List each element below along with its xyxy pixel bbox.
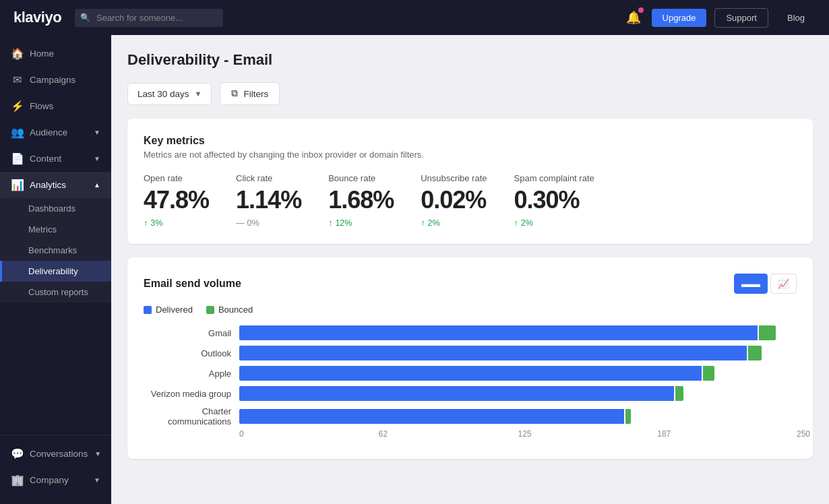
bar-row: Verizon media group (144, 386, 797, 401)
delivered-dot (144, 306, 152, 314)
delivered-bar (239, 386, 674, 401)
metric-open-rate: Open rate 47.8% ↑ 3% (144, 173, 209, 228)
delivered-bar (239, 409, 624, 424)
chart-legend: Delivered Bounced (144, 305, 797, 315)
campaigns-icon: ✉ (11, 73, 23, 86)
x-axis-label: 0 (239, 429, 244, 439)
open-rate-value: 47.8% (144, 186, 209, 214)
bar-label: Verizon media group (144, 389, 231, 399)
sidebar-item-deliverability[interactable]: Deliverability (0, 261, 111, 282)
date-range-dropdown[interactable]: Last 30 days ▼ (127, 83, 212, 105)
bar-container (239, 386, 797, 401)
unsubscribe-rate-change-value: 2% (427, 218, 439, 228)
logo[interactable]: klaviyo (13, 9, 61, 26)
bar-chart: GmailOutlookAppleVerizon media groupChar… (144, 325, 797, 427)
delivered-label: Delivered (156, 305, 193, 315)
spam-rate-value: 0.30% (514, 186, 594, 214)
delivered-bar (239, 325, 758, 340)
unsubscribe-rate-change: ↑ 2% (421, 218, 487, 228)
bar-label: Outlook (144, 348, 231, 358)
sidebar-item-flows[interactable]: ⚡ Flows (0, 93, 111, 119)
search-bar: 🔍 (75, 9, 223, 27)
flows-icon: ⚡ (11, 100, 23, 113)
sidebar-item-analytics[interactable]: 📊 Analytics ▲ (0, 172, 111, 198)
x-axis: 062125187250 (239, 429, 797, 443)
metric-spam-rate: Spam complaint rate 0.30% ↑ 2% (514, 173, 594, 228)
bounced-bar (703, 366, 714, 381)
bounced-bar (625, 409, 631, 424)
sidebar-item-benchmarks[interactable]: Benchmarks (0, 240, 111, 261)
sidebar: 🏠 Home ✉ Campaigns ⚡ Flows 👥 Audience ▼ … (0, 35, 111, 504)
bar-row: Charter communications (144, 406, 797, 427)
sidebar-item-metrics[interactable]: Metrics (0, 219, 111, 240)
notifications-button[interactable]: 🔔 (623, 7, 644, 28)
audience-icon: 👥 (11, 126, 23, 139)
unsubscribe-rate-value: 0.02% (421, 186, 487, 214)
arrow-neutral-icon: — (236, 218, 245, 228)
sidebar-item-audience[interactable]: 👥 Audience ▼ (0, 119, 111, 146)
filters-button[interactable]: ⧉ Filters (220, 82, 280, 105)
key-metrics-subtitle: Metrics are not affected by changing the… (144, 150, 797, 160)
key-metrics-title: Key metrics (144, 135, 797, 147)
sidebar-item-label: Content (30, 154, 61, 164)
upgrade-button[interactable]: Upgrade (652, 9, 707, 27)
page-title: Deliverability - Email (127, 51, 813, 69)
search-input[interactable] (75, 9, 223, 27)
date-range-label: Last 30 days (137, 89, 189, 99)
bar-container (239, 346, 797, 360)
chevron-down-icon: ▼ (94, 129, 100, 136)
sidebar-item-dashboards[interactable]: Dashboards (0, 198, 111, 219)
filters-bar: Last 30 days ▼ ⧉ Filters (127, 82, 813, 105)
support-button[interactable]: Support (714, 8, 768, 28)
bar-label: Charter communications (144, 406, 231, 427)
notification-badge (638, 7, 644, 13)
chevron-down-icon: ▼ (195, 90, 202, 98)
sidebar-item-home[interactable]: 🏠 Home (0, 40, 111, 67)
spam-rate-change: ↑ 2% (514, 218, 594, 228)
search-icon: 🔍 (80, 13, 90, 22)
sidebar-item-conversations[interactable]: 💬 Conversations ▼ (0, 441, 111, 467)
delivered-bar (239, 346, 747, 360)
sidebar-item-company[interactable]: 🏢 Company ▼ (0, 467, 111, 493)
benchmarks-label: Benchmarks (28, 245, 77, 255)
company-label: Company (30, 475, 69, 485)
deliverability-label: Deliverability (28, 266, 78, 276)
filter-icon: ⧉ (231, 88, 238, 99)
bar-row: Apple (144, 366, 797, 381)
blog-button[interactable]: Blog (776, 9, 816, 27)
volume-card-header: Email send volume ▬▬ 📈 (144, 274, 797, 294)
metrics-grid: Open rate 47.8% ↑ 3% Click rate 1.14% — … (144, 173, 797, 228)
bounce-rate-value: 1.68% (328, 186, 394, 214)
bounce-rate-change: ↑ 12% (328, 218, 394, 228)
bar-row: Outlook (144, 346, 797, 360)
sidebar-item-label: Flows (30, 101, 53, 111)
bar-container (239, 325, 797, 340)
dashboards-label: Dashboards (28, 203, 75, 214)
sidebar-item-custom-reports[interactable]: Custom reports (0, 282, 111, 303)
bounced-dot (206, 306, 214, 314)
metrics-label: Metrics (28, 224, 57, 234)
sidebar-item-content[interactable]: 📄 Content ▼ (0, 146, 111, 172)
arrow-up-icon: ↑ (421, 218, 425, 228)
bounce-rate-change-value: 12% (335, 218, 352, 228)
bar-label: Apple (144, 369, 231, 379)
top-navigation: klaviyo 🔍 🔔 Upgrade Support Blog (0, 0, 829, 35)
arrow-up-icon: ↑ (144, 218, 148, 228)
x-axis-label: 125 (518, 429, 532, 439)
x-axis-label: 187 (657, 429, 671, 439)
chevron-down-icon: ▼ (94, 155, 100, 162)
spam-rate-label: Spam complaint rate (514, 173, 594, 183)
legend-delivered: Delivered (144, 305, 193, 315)
bar-chart-button[interactable]: ▬▬ (734, 274, 768, 294)
nav-actions: 🔔 Upgrade Support Blog (623, 7, 816, 28)
open-rate-label: Open rate (144, 173, 209, 183)
line-chart-button[interactable]: 📈 (770, 274, 797, 294)
chevron-up-icon: ▲ (94, 181, 100, 189)
arrow-up-icon: ↑ (514, 218, 518, 228)
bar-container (239, 366, 797, 381)
click-rate-value: 1.14% (236, 186, 301, 214)
main-layout: 🏠 Home ✉ Campaigns ⚡ Flows 👥 Audience ▼ … (0, 35, 829, 504)
sidebar-item-campaigns[interactable]: ✉ Campaigns (0, 67, 111, 93)
chart-toggle: ▬▬ 📈 (734, 274, 797, 294)
click-rate-label: Click rate (236, 173, 301, 183)
